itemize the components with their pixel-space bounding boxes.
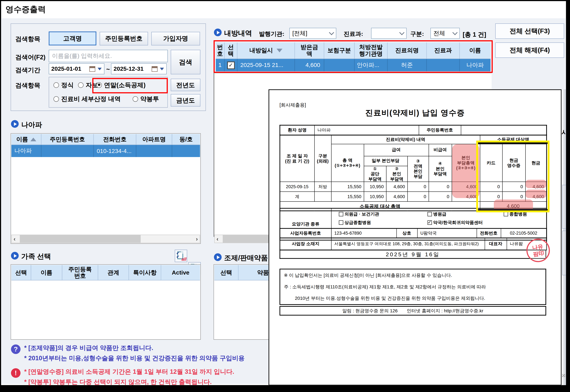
- radio-formal[interactable]: 정식: [54, 81, 74, 89]
- receipt-date: 2025년 9월 16일: [280, 250, 546, 259]
- calendar-icon[interactable]: [89, 66, 95, 72]
- radio-envelope[interactable]: 약봉투: [132, 95, 159, 103]
- bizreg-label: 사업자등록번호: [280, 228, 331, 238]
- col-cashreceipt-header: 현금 영수증: [502, 144, 525, 182]
- issuer-label: 발행기관:: [259, 30, 284, 38]
- address-label: 사업장 소재지: [280, 238, 331, 250]
- patient-col-ho[interactable]: 동/호: [172, 134, 200, 145]
- dropdown-arrow-icon[interactable]: [160, 68, 164, 70]
- receipt-title: 진료비(약제비) 납입 영수증: [269, 108, 561, 118]
- col-type-header: 구분 (외래): [314, 135, 331, 182]
- scroll-left-icon[interactable]: ‹: [217, 236, 219, 242]
- search-term-label: 검색어(F2): [15, 53, 45, 62]
- date-to-field[interactable]: 2025-12-31: [111, 63, 167, 74]
- patient-section-title: 나아파: [21, 120, 42, 129]
- patient-col-name[interactable]: 이름: [11, 134, 41, 145]
- checkbox-icon[interactable]: [503, 212, 508, 216]
- select-all-f3-button[interactable]: 전체 선택(F3): [495, 24, 564, 39]
- family-col-special[interactable]: 특이사항: [129, 265, 161, 280]
- check-marks-icon: ✔✔: [176, 252, 180, 259]
- date-from-field[interactable]: 2025-01-01: [49, 63, 104, 74]
- sort-asc-icon: [30, 138, 36, 141]
- col-nonbenefit-header: 비급여: [429, 144, 452, 156]
- patient-col-rrn[interactable]: 주민등록번호: [41, 134, 94, 145]
- checkbox-icon[interactable]: [427, 212, 432, 216]
- warning-icon: !: [11, 368, 20, 378]
- radio-icon: [78, 83, 84, 88]
- note-line-2: 주 : 소득세법시행령 제110조(의료비공제) 제1항 제1호, 제2호 및 …: [284, 284, 486, 290]
- date-range-tilde: ~: [106, 66, 110, 73]
- receipt-preview-window[interactable]: [회사제출용] 진료비(약제비) 납입 영수증 환자 성명 나아파 주민등록번호…: [269, 89, 562, 385]
- dept-dropdown[interactable]: [371, 28, 407, 39]
- help-message-2: * 2010년부터는 미용,성형수술을 위한 비용 및 건강증진을 위한 의약품…: [24, 354, 245, 363]
- receipt-bizreg-table: 사업자등록번호 123-45-67890 상호 U팜약국 전화번호 02-210…: [279, 228, 547, 238]
- patient-col-apt[interactable]: 아파트명: [136, 134, 172, 145]
- checkbox-icon[interactable]: [339, 212, 343, 216]
- dispense-col-select[interactable]: 선택: [214, 265, 238, 280]
- issuer-dropdown[interactable]: [전체]: [289, 28, 336, 39]
- chevron-down-icon: [453, 30, 458, 35]
- visit-section-title: 내방내역: [224, 28, 252, 38]
- biztel-value: 02-2105-5002: [501, 228, 546, 238]
- col-benefit-header: 급여: [364, 144, 429, 156]
- search-tab-subscriber[interactable]: 가입자명: [151, 32, 200, 45]
- this-year-button[interactable]: 금년도: [171, 94, 200, 106]
- warning-message-1: * [연말영수증] 의료비 소득공제 기간은 1월 1일 부터 12월 31일 …: [24, 367, 234, 376]
- family-col-relation[interactable]: 관계: [98, 265, 129, 280]
- check-all-button[interactable]: ✔✔ all: [175, 250, 187, 262]
- col-fullself-header: ③ 전액 본인 부담: [407, 156, 428, 182]
- col-card-header: 카드: [480, 144, 502, 182]
- search-tab-rrn[interactable]: 주민등록번호: [100, 32, 148, 45]
- orgtype-hospital: 병원급: [427, 212, 446, 217]
- search-button[interactable]: 검색: [171, 50, 200, 74]
- receipt-cost-table: 조 제 일 자 (진 료 기 간) 구분 (외래) 진료비(약제비) 내역 소득…: [279, 135, 547, 211]
- calendar-icon[interactable]: [152, 66, 158, 72]
- radio-icon: [54, 96, 59, 102]
- annotation-redbox-visit-table: [214, 40, 493, 73]
- scroll-left-icon[interactable]: ‹: [14, 236, 15, 242]
- chevron-down-icon: [399, 30, 405, 35]
- section-bullet-icon: [214, 28, 221, 36]
- underlying-window-sliver: 시: [562, 89, 566, 385]
- resize-grip-icon[interactable]: [562, 374, 565, 377]
- group-deduction-header: 소득공제 대상액: [480, 135, 546, 144]
- family-col-select[interactable]: 선택: [11, 265, 31, 280]
- rrn-label: 주민등록번호: [419, 125, 461, 135]
- bizname-label: 상호: [396, 228, 417, 238]
- receipt-notes-box: ※ 이 납입확인서는 [의료비 공제신청]이 아닌 [회사제출용]으로 사용할 …: [279, 269, 546, 305]
- search-input[interactable]: 이름을(를) 입력하세요.: [49, 50, 168, 62]
- scrollbar-thumb[interactable]: [20, 235, 141, 243]
- family-col-active[interactable]: Active: [161, 265, 200, 280]
- dept-label: 진료과:: [344, 30, 363, 38]
- visit-count: [총 1 건]: [463, 30, 486, 39]
- orgtype-general-hospital: 종합병원: [503, 212, 527, 217]
- checkbox-icon[interactable]: [339, 221, 343, 225]
- division-label: 구분:: [410, 30, 424, 38]
- patient-col-phone[interactable]: 전화번호: [94, 134, 136, 145]
- col-cash-header: 현금: [525, 144, 546, 182]
- address-value: 서울특별시 영등포구 여의대로 108, 29층, 30층, 31층(여의도동,…: [331, 238, 484, 250]
- search-tab-customer-name[interactable]: 고객명: [49, 31, 96, 45]
- patient-name-value: 나아파: [314, 125, 419, 135]
- dropdown-arrow-icon[interactable]: [98, 68, 102, 70]
- patient-row-selected[interactable]: 나아파 010-1234-4...: [11, 145, 200, 157]
- receipt-corner-tag: [회사제출용]: [279, 102, 306, 108]
- division-dropdown[interactable]: 전체: [430, 28, 460, 39]
- receipt-footer-box: 알림 : 현금영수증 문의 126 인터넷 홈페이지 : http://현금영수…: [279, 306, 546, 315]
- scroll-right-icon[interactable]: ›: [196, 236, 198, 242]
- family-col-name[interactable]: 이름: [31, 265, 62, 280]
- patient-hscrollbar[interactable]: ‹ ›: [11, 235, 200, 243]
- radio-detail-calc[interactable]: 진료비 세부산정 내역: [54, 95, 121, 103]
- search-item-label: 검색항목: [15, 35, 40, 43]
- screenshot-root: 영수증출력 검색항목 고객명 주민등록번호 가입자명 검색어(F2) 이름을(를…: [0, 0, 570, 392]
- group-expense-header: 진료비(약제비) 내역: [331, 135, 480, 144]
- checkbox-checked-icon[interactable]: [427, 221, 432, 225]
- receipt-patient-table: 환자 성명 나아파 주민등록번호: [279, 125, 547, 135]
- family-col-rrn[interactable]: 주민등록 번호: [62, 265, 98, 280]
- deselect-all-f4-button[interactable]: 전체 해제(F4): [495, 42, 564, 58]
- dispense-section-title: 조제/판매약품: [224, 253, 268, 263]
- prev-year-button[interactable]: 전년도: [171, 79, 200, 91]
- col-corp-header: ① 공단 부담액: [364, 166, 386, 182]
- patient-name-label: 환자 성명: [280, 125, 314, 135]
- section-bullet-icon: [214, 253, 221, 261]
